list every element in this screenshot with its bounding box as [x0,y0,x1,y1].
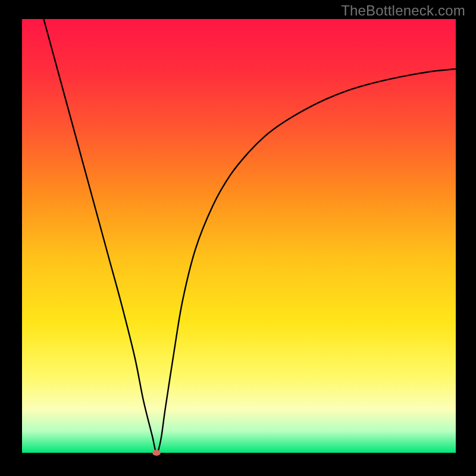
chart-frame: TheBottleneck.com [0,0,476,476]
bottleneck-chart [0,0,476,476]
bottleneck-point-marker [152,450,161,456]
plot-background [22,19,456,453]
watermark-text: TheBottleneck.com [341,2,465,19]
